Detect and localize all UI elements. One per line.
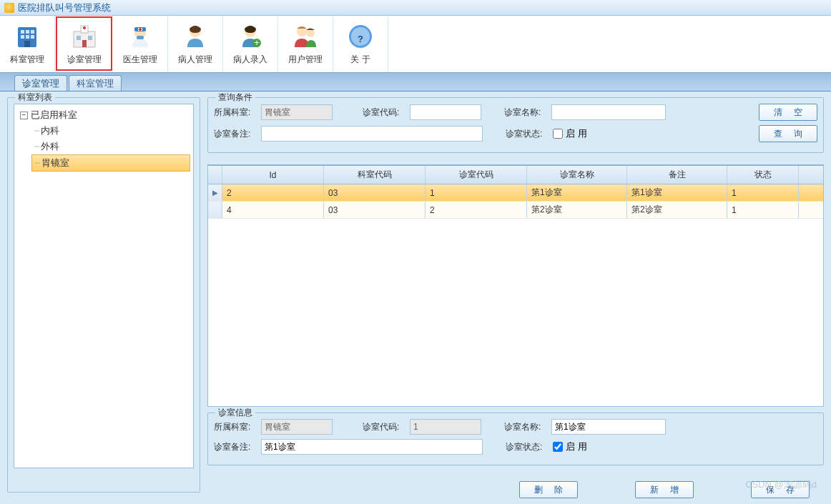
data-grid[interactable]: Id 科室代码 诊室代码 诊室名称 备注 状态 ▶ 2 03 1 第1诊室 第1… (207, 164, 824, 407)
row-indicator (208, 202, 222, 218)
right-panel: 查询条件 所属科室: 诊室代码: 诊室名称: 清 空 诊室备注: 诊室状态: (207, 97, 824, 498)
left-panel: 科室列表 − 已启用科室 内科 外科 胃镜室 (7, 97, 200, 498)
svg-rect-3 (31, 30, 34, 34)
tool-dept-mgmt[interactable]: 科室管理 (0, 16, 55, 72)
tab-dept-mgmt[interactable]: 科室管理 (69, 75, 122, 91)
rowhead-col (208, 166, 222, 184)
delete-button[interactable]: 删 除 (519, 481, 578, 498)
state-checkbox[interactable]: 启 用 (553, 127, 587, 140)
tab-room-mgmt[interactable]: 诊室管理 (14, 75, 67, 91)
cell: 第2诊室 (627, 202, 727, 218)
hospital-icon (70, 22, 99, 51)
dept-label: 所属科室: (214, 107, 257, 119)
tree-item[interactable]: 内科 (31, 123, 190, 139)
col-id[interactable]: Id (222, 166, 324, 184)
d-name-input[interactable] (551, 419, 666, 435)
content: 科室列表 − 已启用科室 内科 外科 胃镜室 查询条件 所属科室: 诊室 (0, 92, 831, 504)
d-remark-input[interactable] (261, 439, 483, 455)
tree-item-selected[interactable]: 胃镜室 (31, 154, 190, 172)
svg-rect-13 (88, 36, 92, 40)
tab-label: 科室管理 (77, 77, 114, 90)
cell: 第1诊室 (527, 184, 627, 201)
col-dept-code[interactable]: 科室代码 (324, 166, 426, 184)
tool-patient-mgmt[interactable]: 病人管理 (168, 16, 223, 72)
d-code-label: 诊室代码: (363, 421, 405, 433)
col-state[interactable]: 状态 (727, 166, 799, 184)
tree-item-label: 外科 (41, 140, 59, 153)
tool-label: 病人管理 (178, 54, 212, 66)
help-icon: ? (346, 22, 375, 51)
cell: 第2诊室 (527, 202, 627, 218)
svg-rect-14 (82, 40, 87, 47)
svg-rect-19 (139, 29, 142, 30)
add-button[interactable]: 新 增 (635, 481, 694, 498)
save-button[interactable]: 保 存 (751, 481, 810, 498)
query-fieldset: 查询条件 所属科室: 诊室代码: 诊室名称: 清 空 诊室备注: 诊室状态: (207, 97, 824, 153)
code-input[interactable] (410, 104, 481, 120)
d-state-checkbox[interactable]: 启 用 (553, 440, 587, 453)
col-remark[interactable]: 备注 (627, 166, 727, 184)
svg-rect-20 (137, 36, 144, 39)
cell: 1 (727, 184, 799, 201)
main-toolbar: 科室管理 诊室管理 医生管理 病人管理 + 病人录入 用户管理 ? 关 于 (0, 16, 831, 73)
tool-label: 医生管理 (123, 54, 157, 66)
svg-rect-5 (26, 35, 29, 39)
col-room-name[interactable]: 诊室名称 (527, 166, 627, 184)
tree-legend: 科室列表 (15, 92, 55, 104)
svg-rect-11 (84, 26, 85, 29)
cell: 03 (324, 202, 426, 218)
tool-label: 用户管理 (288, 54, 323, 66)
svg-rect-12 (77, 36, 81, 40)
cell: 1 (727, 202, 799, 218)
dept-tree[interactable]: − 已启用科室 内科 外科 胃镜室 (14, 104, 194, 468)
users-icon (291, 22, 320, 51)
remark-input[interactable] (261, 126, 483, 142)
d-state-checkbox-input[interactable] (553, 442, 563, 452)
svg-rect-4 (21, 35, 24, 39)
tree-root-label: 已启用科室 (31, 109, 77, 122)
code-label: 诊室代码: (363, 107, 405, 119)
tool-label: 诊室管理 (67, 54, 102, 66)
detail-fieldset: 诊室信息 所属科室: 诊室代码: 诊室名称: 诊室备注: 诊室状态: 启 用 (207, 412, 824, 465)
d-state-checkbox-label: 启 用 (566, 440, 587, 453)
query-button[interactable]: 查 询 (759, 125, 817, 142)
patient-icon (181, 22, 210, 51)
state-checkbox-input[interactable] (553, 129, 563, 139)
d-remark-label: 诊室备注: (214, 441, 257, 453)
name-label: 诊室名称: (504, 107, 547, 119)
tree-item[interactable]: 外科 (31, 139, 190, 154)
clear-button[interactable]: 清 空 (759, 104, 817, 121)
d-name-label: 诊室名称: (504, 421, 547, 433)
cell: 第1诊室 (627, 184, 727, 201)
svg-rect-6 (31, 35, 34, 39)
cell: 03 (324, 184, 426, 201)
svg-text:?: ? (358, 34, 363, 44)
tool-label: 关 于 (350, 54, 370, 66)
d-state-label: 诊室状态: (506, 441, 549, 453)
state-checkbox-label: 启 用 (566, 127, 587, 140)
tree-item-label: 胃镜室 (41, 157, 69, 169)
cell: 1 (426, 184, 527, 201)
app-icon (4, 3, 14, 13)
table-row[interactable]: ▶ 2 03 1 第1诊室 第1诊室 1 (208, 184, 823, 202)
tool-doctor-mgmt[interactable]: 医生管理 (113, 16, 168, 72)
cell: 2 (222, 184, 324, 201)
col-room-code[interactable]: 诊室代码 (426, 166, 527, 184)
tool-user-mgmt[interactable]: 用户管理 (278, 16, 333, 72)
collapse-icon[interactable]: − (20, 112, 28, 119)
tab-label: 诊室管理 (22, 77, 59, 90)
table-row[interactable]: 4 03 2 第2诊室 第2诊室 1 (208, 202, 823, 219)
state-label: 诊室状态: (506, 128, 549, 140)
tool-about[interactable]: ? 关 于 (333, 16, 388, 72)
svg-rect-7 (24, 41, 30, 47)
tool-label: 科室管理 (10, 54, 44, 66)
d-dept-input (261, 419, 333, 435)
name-input[interactable] (551, 104, 666, 120)
tool-room-mgmt[interactable]: 诊室管理 (56, 16, 112, 71)
grid-header: Id 科室代码 诊室代码 诊室名称 备注 状态 (208, 166, 823, 184)
svg-rect-1 (21, 30, 24, 34)
tree-root[interactable]: − 已启用科室 (17, 107, 190, 123)
window-title: 医院排队叫号管理系统 (18, 1, 111, 14)
detail-legend: 诊室信息 (215, 407, 255, 419)
tool-patient-entry[interactable]: + 病人录入 (223, 16, 278, 72)
